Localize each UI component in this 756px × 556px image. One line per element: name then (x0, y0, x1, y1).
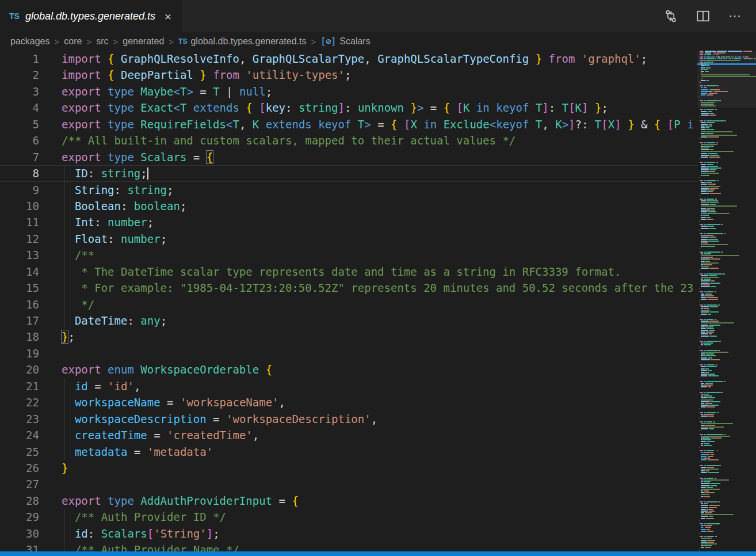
line-number[interactable]: 23 (0, 411, 39, 427)
code-line-22[interactable]: 22 workspaceName = 'workspaceName', (0, 394, 697, 410)
code-line-23[interactable]: 23 workspaceDescription = 'workspaceDesc… (0, 411, 697, 427)
line-number[interactable]: 14 (0, 264, 39, 280)
line-number[interactable]: 29 (0, 509, 39, 525)
code-line-14[interactable]: 14 * The DateTime scalar type represents… (0, 264, 697, 280)
code-line-30[interactable]: 30 id: Scalars['String']; (0, 525, 697, 542)
line-number[interactable]: 22 (0, 394, 39, 410)
line-number[interactable]: 12 (0, 231, 39, 247)
line-number[interactable]: 28 (0, 493, 39, 509)
code-line-7[interactable]: 7export type Scalars = { (0, 149, 697, 165)
breadcrumb-item-packages[interactable]: packages (10, 36, 50, 47)
code-line-24[interactable]: 24 createdTime = 'createdTime', (0, 427, 697, 443)
indent-guide (64, 411, 64, 427)
breadcrumb-label: global.db.types.generated.ts (190, 36, 306, 47)
split-editor-icon[interactable] (696, 9, 710, 23)
breadcrumb-item-global.db.types.generated.ts[interactable]: TSglobal.db.types.generated.ts (178, 36, 306, 47)
code-line-18[interactable]: 18}; (0, 329, 697, 345)
code-text: * For example: "1985-04-12T23:20:50.52Z"… (62, 280, 693, 296)
code-line-6[interactable]: 6/** All built-in and custom scalars, ma… (0, 132, 697, 148)
indent-guide (64, 542, 64, 551)
indent-guide (64, 231, 64, 247)
line-number[interactable]: 16 (0, 296, 39, 313)
code-text: /** Auth Provider ID */ (62, 509, 226, 525)
code-line-9[interactable]: 9 String: string; (0, 182, 697, 198)
code-text: DateTime: any; (62, 313, 167, 329)
line-number[interactable]: 30 (0, 525, 39, 542)
code-line-3[interactable]: 3export type Maybe<T> = T | null; (0, 83, 697, 100)
code-line-2[interactable]: 2import { DeepPartial } from 'utility-ty… (0, 67, 697, 83)
code-line-21[interactable]: 21 id = 'id', (0, 378, 697, 394)
code-line-16[interactable]: 16 */ (0, 296, 697, 313)
indent-guide (64, 313, 64, 329)
line-number[interactable]: 2 (0, 67, 39, 83)
ts-file-icon: TS (178, 37, 187, 45)
line-number[interactable]: 20 (0, 361, 39, 378)
code-line-12[interactable]: 12 Float: number; (0, 231, 697, 247)
line-number[interactable]: 31 (0, 542, 39, 551)
code-area[interactable]: 1import { GraphQLResolveInfo, GraphQLSca… (0, 51, 697, 551)
line-number[interactable]: 18 (0, 329, 39, 345)
indent-guide (64, 165, 64, 181)
line-number[interactable]: 19 (0, 345, 39, 361)
code-text: Int: number; (62, 214, 154, 230)
code-line-27[interactable]: 27 (0, 476, 697, 492)
code-line-26[interactable]: 26} (0, 460, 697, 476)
line-number[interactable]: 3 (0, 83, 39, 100)
breadcrumb-label: core (64, 36, 82, 47)
breadcrumb-item-generated[interactable]: generated (123, 36, 164, 47)
status-bar[interactable] (0, 551, 756, 556)
line-number[interactable]: 9 (0, 182, 39, 198)
line-number[interactable]: 15 (0, 280, 39, 296)
open-changes-icon[interactable] (664, 9, 678, 23)
breadcrumb-item-core[interactable]: core (64, 36, 82, 47)
line-number[interactable]: 6 (0, 132, 39, 148)
tab-title: global.db.types.generated.ts (25, 10, 155, 22)
more-actions-icon[interactable]: ⋯ (728, 10, 742, 22)
code-line-1[interactable]: 1import { GraphQLResolveInfo, GraphQLSca… (0, 51, 697, 67)
code-line-10[interactable]: 10 Boolean: boolean; (0, 198, 697, 214)
line-number[interactable]: 11 (0, 214, 39, 230)
symbol-type-icon: [⊘] (320, 36, 336, 47)
code-line-25[interactable]: 25 metadata = 'metadata' (0, 444, 697, 460)
indent-guide (64, 182, 64, 198)
code-text: /** (62, 247, 94, 263)
breadcrumb-item-scalars[interactable]: [⊘]Scalars (320, 36, 370, 47)
line-number[interactable]: 13 (0, 247, 39, 263)
line-number[interactable]: 1 (0, 51, 39, 67)
code-line-13[interactable]: 13 /** (0, 247, 697, 263)
code-line-11[interactable]: 11 Int: number; (0, 214, 697, 230)
line-number[interactable]: 10 (0, 198, 39, 214)
code-text: metadata = 'metadata' (62, 444, 213, 460)
breadcrumb-label: generated (123, 36, 164, 47)
line-number[interactable]: 27 (0, 476, 39, 492)
breadcrumb-item-src[interactable]: src (96, 36, 108, 47)
close-icon[interactable]: × (162, 9, 174, 24)
code-line-20[interactable]: 20export enum WorkspaceOrderable { (0, 361, 697, 378)
code-line-29[interactable]: 29 /** Auth Provider ID */ (0, 509, 697, 525)
line-number[interactable]: 21 (0, 378, 39, 394)
editor-tab[interactable]: TS global.db.types.generated.ts × (0, 0, 182, 32)
line-number[interactable]: 26 (0, 460, 39, 476)
code-line-19[interactable]: 19 (0, 345, 697, 361)
line-number[interactable]: 7 (0, 149, 39, 165)
line-number[interactable]: 17 (0, 313, 39, 329)
line-number[interactable]: 8 (0, 165, 39, 181)
text-cursor (147, 167, 148, 180)
chevron-right-icon: > (169, 37, 174, 47)
line-number[interactable]: 4 (0, 100, 39, 116)
chevron-right-icon: > (86, 37, 91, 47)
code-line-15[interactable]: 15 * For example: "1985-04-12T23:20:50.5… (0, 280, 697, 296)
code-line-31[interactable]: 31 /** Auth Provider Name */ (0, 542, 697, 551)
code-line-8[interactable]: 8 ID: string; (0, 165, 697, 181)
line-number[interactable]: 25 (0, 444, 39, 460)
code-line-28[interactable]: 28export type AddAuthProviderInput = { (0, 493, 697, 509)
indent-guide (64, 427, 64, 443)
code-line-4[interactable]: 4export type Exact<T extends { [key: str… (0, 100, 697, 116)
line-number[interactable]: 5 (0, 116, 39, 132)
code-line-17[interactable]: 17 DateTime: any; (0, 313, 697, 329)
indent-guide (64, 198, 64, 214)
minimap[interactable] (697, 51, 756, 551)
ts-file-icon: TS (9, 12, 20, 21)
code-line-5[interactable]: 5export type RequireFields<T, K extends … (0, 116, 697, 132)
line-number[interactable]: 24 (0, 427, 39, 443)
